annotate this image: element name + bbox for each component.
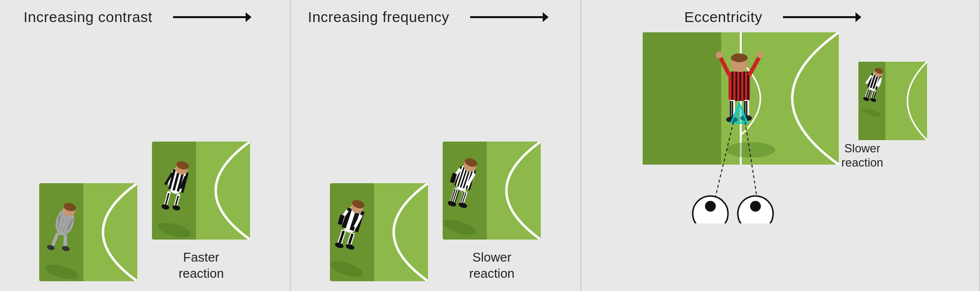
arrow-row-contrast: Increasing contrast: [10, 9, 280, 25]
frequency-img-2: [443, 142, 541, 240]
frequency-label: Increasing frequency: [308, 9, 450, 25]
arrow-row-eccentricity: Eccentricity: [591, 9, 969, 25]
contrast-img-block-2: Fasterreaction: [152, 142, 250, 281]
svg-point-96: [731, 53, 748, 62]
contrast-label: Increasing contrast: [24, 9, 152, 25]
svg-text:Slower: Slower: [845, 142, 880, 155]
contrast-images-row: Fasterreaction: [10, 32, 280, 281]
contrast-arrow: [158, 10, 266, 24]
svg-point-94: [757, 51, 764, 58]
svg-text:reaction: reaction: [842, 156, 883, 169]
svg-marker-37: [543, 12, 549, 22]
frequency-reaction-label: Slowerreaction: [469, 249, 515, 281]
arrow-row-frequency: Increasing frequency: [301, 9, 571, 25]
svg-point-131: [705, 201, 716, 212]
svg-rect-83: [643, 32, 721, 165]
svg-marker-81: [855, 12, 861, 22]
frequency-images-row: Slowerreaction: [301, 32, 571, 281]
eccentricity-arrow: [768, 10, 876, 24]
contrast-img-block-1: [39, 183, 137, 281]
panel-eccentricity: Eccentricity: [581, 0, 980, 291]
contrast-img-1: [39, 183, 137, 281]
eccentricity-content: Slower reaction: [591, 32, 969, 286]
frequency-arrow: [455, 10, 563, 24]
contrast-img-2: [152, 142, 250, 240]
frequency-img-1: [330, 183, 428, 281]
frequency-img-block-1: [330, 183, 428, 281]
eccentricity-label: Eccentricity: [684, 9, 762, 25]
panel-contrast: Increasing contrast: [0, 0, 291, 291]
svg-point-93: [716, 51, 723, 58]
contrast-reaction-label: Fasterreaction: [178, 249, 224, 281]
svg-marker-1: [246, 12, 251, 22]
panel-frequency: Increasing frequency: [291, 0, 581, 291]
eccentricity-svg: Slower reaction: [628, 32, 932, 223]
svg-point-133: [750, 201, 761, 212]
frequency-img-block-2: Slowerreaction: [443, 142, 541, 281]
